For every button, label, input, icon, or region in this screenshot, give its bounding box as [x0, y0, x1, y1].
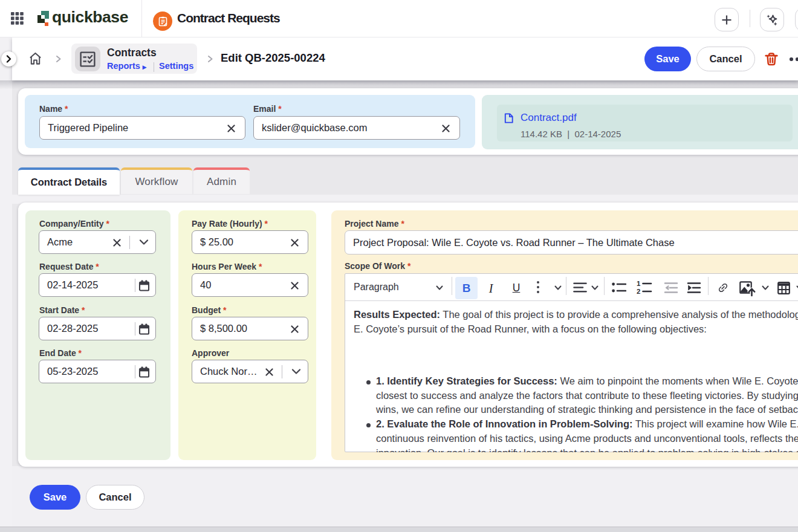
svg-text:1: 1 — [637, 280, 641, 287]
svg-text:2: 2 — [637, 288, 640, 295]
